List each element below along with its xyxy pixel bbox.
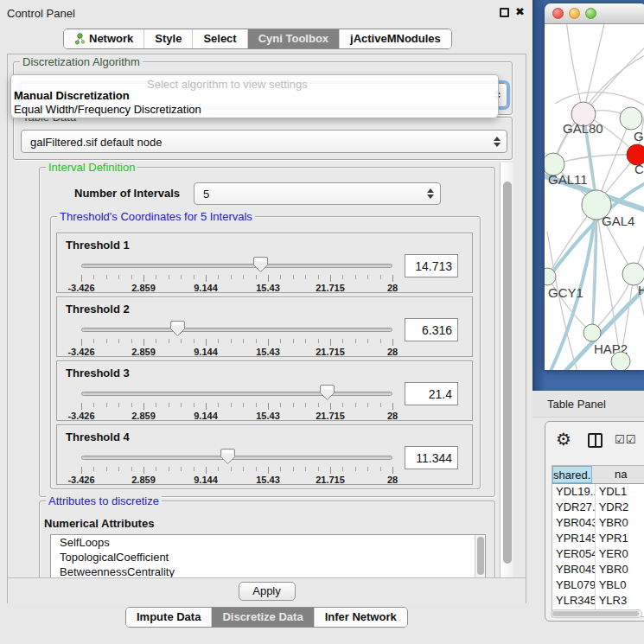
table-row[interactable]: YBR045CYBR0	[552, 562, 644, 577]
attribute-item-betweennesscentrality[interactable]: BetweennessCentrality	[51, 564, 485, 577]
node-label: H	[638, 283, 644, 297]
tab-cyni-toolbox[interactable]: Cyni Toolbox	[248, 29, 340, 48]
tick-label: 28	[387, 283, 398, 293]
slider-track[interactable]	[81, 392, 392, 396]
threshold-value-field[interactable]	[405, 254, 458, 277]
tick-label: 15.43	[256, 283, 280, 293]
tick-mark	[342, 339, 343, 343]
tick-mark	[231, 467, 232, 471]
tick-mark	[318, 275, 319, 279]
threshold-slider: -3.4262.8599.14415.4321.71528	[81, 384, 392, 418]
table-row[interactable]: YLR345WYLR3	[552, 593, 644, 609]
attribute-item-selfloops[interactable]: SelfLoops	[51, 535, 485, 550]
table-cell: YDR2	[596, 500, 644, 515]
apply-button[interactable]: Apply	[239, 582, 296, 601]
network-canvas[interactable]: GAL80GCGAL11GAL4GCY1HHAP2	[545, 24, 644, 370]
split-view-icon[interactable]	[588, 433, 603, 448]
tab-impute-data[interactable]: Impute Data	[126, 608, 212, 627]
network-node-g[interactable]	[620, 107, 642, 130]
table-row[interactable]: YBL079WYBL0	[552, 577, 644, 593]
node-label: GCY1	[548, 285, 583, 300]
table-row[interactable]: YER054CYER0	[552, 546, 644, 562]
slider-ticks	[81, 467, 392, 474]
table-row[interactable]: YDR27...YDR2	[552, 500, 644, 515]
table-cell: YDR27...	[552, 500, 596, 515]
tab-discretize-data[interactable]: Discretize Data	[212, 608, 314, 627]
tick-mark	[367, 403, 368, 407]
tick-mark	[218, 403, 219, 407]
tick-mark	[280, 403, 281, 407]
threshold-value-field[interactable]	[405, 446, 458, 469]
slider-track[interactable]	[81, 328, 392, 332]
tick-mark	[367, 339, 368, 343]
threshold-value-field[interactable]	[405, 382, 458, 405]
popup-item-equal-width-frequency-discretization[interactable]: Equal Width/Frequency Discretization	[14, 103, 201, 116]
number-of-intervals-combobox[interactable]: 5	[194, 182, 441, 205]
popup-item-manual-discretization[interactable]: Manual Discretization	[14, 89, 130, 102]
column-header-0[interactable]: shared...	[552, 466, 592, 483]
close-icon[interactable]: ✖	[515, 5, 525, 18]
tab-infer-network[interactable]: Infer Network	[315, 608, 407, 627]
group-title: Discretization Algorithm	[20, 55, 143, 68]
table-cell: YBR043C	[552, 515, 596, 531]
node-label: GAL11	[548, 172, 588, 187]
table-cell: YER054C	[552, 546, 596, 562]
network-node-hap2[interactable]	[583, 324, 601, 341]
slider-track[interactable]	[81, 264, 392, 268]
tick-mark	[392, 467, 393, 474]
top-tabbar: NetworkStyleSelectCyni ToolboxjActiveMNo…	[63, 29, 452, 49]
slider-thumb[interactable]	[320, 385, 335, 400]
tick-label: 28	[387, 411, 398, 421]
select-columns-icon[interactable]: ☑☑	[615, 433, 636, 446]
tab-jactivemnodules[interactable]: jActiveMNodules	[340, 29, 451, 48]
tick-mark	[293, 339, 294, 343]
tick-label: 2.859	[131, 283, 156, 293]
table-row[interactable]: YBR043CYBR0	[552, 515, 644, 531]
tick-label: 15.43	[256, 411, 280, 421]
slider-thumb[interactable]	[170, 321, 185, 336]
tick-mark	[380, 403, 381, 407]
tick-mark	[106, 339, 107, 343]
tick-mark	[156, 467, 156, 471]
combo-stepper-icon	[494, 137, 501, 147]
tick-mark	[305, 403, 306, 407]
bottom-tabbar: Impute DataDiscretize DataInfer Network	[125, 607, 408, 628]
zoom-traffic-light[interactable]	[585, 8, 596, 19]
slider-tick-labels: -3.4262.8599.14415.4321.71528	[81, 475, 392, 485]
settings-scrollbar-thumb[interactable]	[503, 182, 512, 564]
table-row[interactable]: YPR145WYPR1	[552, 531, 644, 546]
attributes-scrollbar-thumb[interactable]	[477, 537, 484, 575]
tick-label: 15.43	[256, 475, 280, 485]
tick-mark	[380, 339, 381, 343]
tick-mark	[268, 467, 269, 474]
table-hscrollbar-thumb[interactable]	[552, 611, 639, 616]
close-traffic-light[interactable]	[552, 8, 564, 19]
tick-mark	[143, 275, 144, 282]
tick-mark	[169, 467, 169, 471]
number-of-intervals-value: 5	[203, 188, 209, 201]
tick-mark	[392, 403, 393, 410]
float-window-icon[interactable]	[500, 8, 509, 17]
attribute-item-topologicalcoefficient[interactable]: TopologicalCoefficient	[51, 550, 485, 564]
tick-mark	[206, 339, 207, 346]
network-node[interactable]	[611, 352, 630, 370]
table-row[interactable]: YDL19...YDL1	[552, 484, 644, 500]
table-cell: YBL079W	[552, 577, 596, 593]
threshold-value-field[interactable]	[405, 318, 458, 341]
tick-mark	[256, 339, 257, 343]
tick-mark	[218, 467, 219, 471]
numerical-attributes-label: Numerical Attributes	[44, 517, 154, 530]
minimize-traffic-light[interactable]	[569, 8, 580, 19]
tick-mark	[318, 403, 319, 407]
tab-network[interactable]: Network	[64, 29, 144, 48]
slider-track[interactable]	[81, 456, 392, 460]
slider-thumb[interactable]	[253, 257, 268, 272]
tab-select[interactable]: Select	[193, 29, 247, 48]
gear-icon[interactable]: ⚙	[556, 429, 571, 450]
table-data-combobox[interactable]: galFiltered.sif default node	[21, 130, 507, 153]
tick-mark	[305, 275, 306, 279]
column-header-1[interactable]: na	[592, 466, 644, 483]
slider-thumb[interactable]	[220, 449, 235, 464]
tick-mark	[392, 339, 393, 346]
tab-style[interactable]: Style	[144, 29, 193, 48]
